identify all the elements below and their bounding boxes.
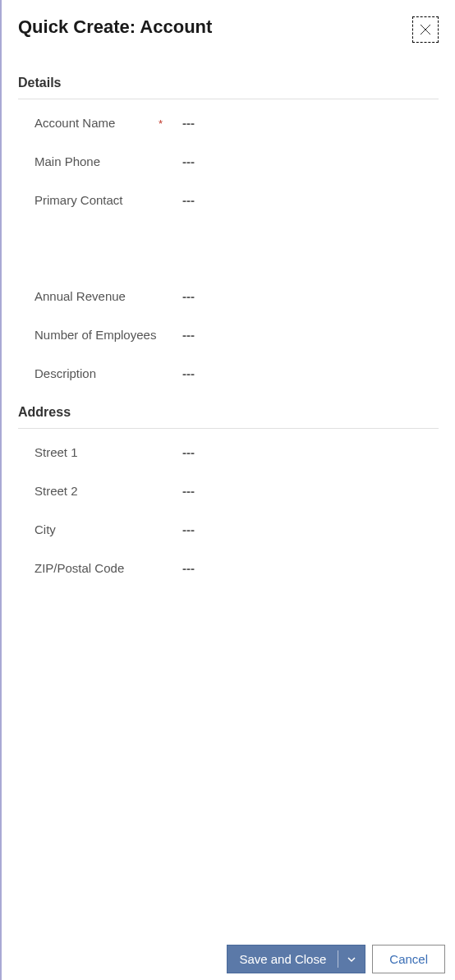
field-main-phone: Main Phone ---: [34, 154, 439, 168]
cancel-button[interactable]: Cancel: [372, 945, 445, 973]
input-street2[interactable]: ---: [174, 484, 195, 498]
details-fields: Account Name * --- Main Phone --- Primar…: [18, 116, 439, 380]
dialog-content: Details Account Name * --- Main Phone --…: [2, 76, 455, 575]
label-description: Description: [34, 366, 96, 380]
label-account-name: Account Name: [34, 116, 115, 130]
field-account-name: Account Name * ---: [34, 116, 439, 130]
input-street1[interactable]: ---: [174, 445, 195, 459]
save-button-group: Save and Close: [227, 945, 365, 973]
address-fields: Street 1 --- Street 2 --- City --- ZIP/P…: [18, 445, 439, 575]
input-account-name[interactable]: ---: [174, 116, 195, 130]
close-button[interactable]: [412, 16, 439, 43]
field-number-of-employees: Number of Employees ---: [34, 328, 439, 342]
section-title-address: Address: [18, 405, 439, 429]
input-city[interactable]: ---: [174, 522, 195, 536]
field-city: City ---: [34, 522, 439, 536]
input-annual-revenue[interactable]: ---: [174, 289, 195, 303]
input-main-phone[interactable]: ---: [174, 154, 195, 168]
label-street1: Street 1: [34, 445, 78, 459]
label-street2: Street 2: [34, 484, 78, 498]
label-annual-revenue: Annual Revenue: [34, 289, 126, 303]
label-primary-contact: Primary Contact: [34, 193, 123, 207]
save-and-close-button[interactable]: Save and Close: [228, 945, 338, 973]
label-city: City: [34, 522, 56, 536]
field-street1: Street 1 ---: [34, 445, 439, 459]
input-primary-contact[interactable]: ---: [174, 193, 195, 207]
field-zip: ZIP/Postal Code ---: [34, 561, 439, 575]
input-number-of-employees[interactable]: ---: [174, 328, 195, 342]
label-number-of-employees: Number of Employees: [34, 328, 156, 342]
dialog-title: Quick Create: Account: [18, 16, 212, 38]
dialog-footer: Save and Close Cancel: [227, 945, 445, 973]
field-primary-contact: Primary Contact ---: [34, 193, 439, 207]
field-street2: Street 2 ---: [34, 484, 439, 498]
input-description[interactable]: ---: [174, 366, 195, 380]
close-icon: [420, 24, 431, 35]
label-main-phone: Main Phone: [34, 154, 100, 168]
section-title-details: Details: [18, 76, 439, 99]
dialog-header: Quick Create: Account: [2, 0, 455, 51]
label-zip: ZIP/Postal Code: [34, 561, 124, 575]
save-options-button[interactable]: [338, 945, 365, 973]
field-annual-revenue: Annual Revenue ---: [34, 289, 439, 303]
chevron-down-icon: [347, 955, 356, 964]
input-zip[interactable]: ---: [174, 561, 195, 575]
field-description: Description ---: [34, 366, 439, 380]
required-indicator: *: [159, 117, 163, 130]
